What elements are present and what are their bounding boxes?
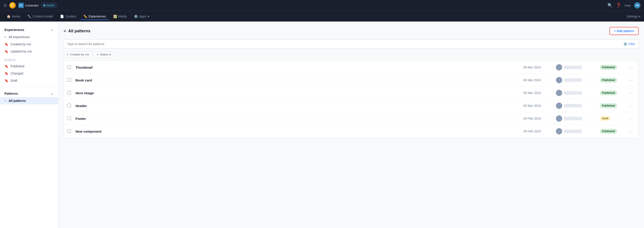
sidebar-item-updated-by-me[interactable]: 🔖 Updated by me bbox=[0, 48, 58, 55]
filter-chip-created-by-me[interactable]: ⊕ Created by me bbox=[64, 52, 92, 57]
row-actions-new-component[interactable]: ⋯ bbox=[628, 129, 635, 134]
apps-dropdown-icon: ▾ bbox=[148, 15, 149, 18]
avatar[interactable]: AR bbox=[634, 2, 640, 9]
all-experiences-icon: ≡ bbox=[4, 35, 6, 39]
sidebar-item-created-by-me[interactable]: 🔖 Created by me bbox=[0, 41, 58, 48]
status-badge-hero-image: Published bbox=[600, 90, 617, 95]
table-row[interactable]: New component 29 Feb 2024 Published ⋯ bbox=[64, 125, 638, 138]
search-bar: ⚙️ Filter bbox=[64, 40, 638, 49]
nav-experiences[interactable]: ✏️ Experiences bbox=[80, 13, 109, 20]
row-user-footer bbox=[556, 115, 596, 122]
sidebar-item-draft[interactable]: 🔖 Draft bbox=[0, 77, 58, 84]
row-checkbox-book-card[interactable] bbox=[68, 78, 72, 82]
experiences-section: Experiences ▲ ≡ All experiences 🔖 Create… bbox=[0, 26, 58, 55]
user-avatar-footer bbox=[556, 115, 562, 122]
nav-content-model[interactable]: 🔧 Content model bbox=[24, 13, 56, 20]
row-actions-header[interactable]: ⋯ bbox=[628, 103, 635, 108]
nav-content[interactable]: 📄 Content bbox=[57, 13, 79, 20]
nav-home[interactable]: 🏠 Home bbox=[4, 13, 23, 20]
nav-items: 🏠 Home 🔧 Content model 📄 Content ✏️ Expe… bbox=[4, 13, 152, 20]
user-name-book-card bbox=[564, 78, 582, 82]
row-name-new-component: New component bbox=[76, 129, 520, 133]
status-badge-footer: Draft bbox=[600, 116, 610, 121]
topbar-left: ☰ C EC Contentful master bbox=[4, 2, 57, 9]
space-badge[interactable]: EC Contentful bbox=[18, 3, 38, 8]
row-date-book-card: 06 Mar 2024 bbox=[523, 78, 552, 82]
row-status-footer: Draft bbox=[600, 116, 624, 121]
row-checkbox-thumbnail[interactable] bbox=[68, 65, 72, 70]
row-actions-hero-image[interactable]: ⋯ bbox=[628, 90, 635, 95]
published-icon: 🔖 bbox=[4, 64, 8, 68]
row-actions-thumbnail[interactable]: ⋯ bbox=[628, 65, 635, 70]
user-name-footer bbox=[564, 117, 582, 120]
search-icon[interactable]: 🔍 bbox=[608, 3, 612, 8]
row-checkbox-footer[interactable] bbox=[68, 116, 72, 121]
updated-by-me-icon: 🔖 bbox=[4, 50, 8, 53]
user-avatar-header bbox=[556, 103, 562, 109]
status-badge-book-card: Published bbox=[600, 78, 617, 83]
filter-button[interactable]: ⚙️ Filter bbox=[624, 42, 635, 46]
page-header: ≡ All patterns + Add pattern bbox=[64, 27, 638, 35]
search-input[interactable] bbox=[67, 42, 624, 46]
content-model-icon: 🔧 bbox=[27, 15, 31, 18]
sidebar-item-changed[interactable]: 🔖 Changed bbox=[0, 70, 58, 77]
sidebar: Experiences ▲ ≡ All experiences 🔖 Create… bbox=[0, 22, 58, 228]
row-user-hero-image bbox=[556, 90, 596, 96]
row-actions-footer[interactable]: ⋯ bbox=[628, 116, 635, 121]
experiences-section-header[interactable]: Experiences ▲ bbox=[0, 26, 58, 34]
page-title-icon: ≡ bbox=[64, 29, 66, 34]
patterns-section-header[interactable]: Patterns ▲ bbox=[0, 90, 58, 97]
row-user-thumbnail bbox=[556, 64, 596, 71]
row-checkbox-header[interactable] bbox=[68, 104, 72, 108]
row-status-new-component: Published bbox=[600, 129, 624, 134]
filter-chip-status-is[interactable]: ⊕ Status is bbox=[94, 52, 114, 57]
draft-icon: 🔖 bbox=[4, 79, 8, 82]
row-status-header: Published bbox=[600, 103, 624, 108]
row-actions-book-card[interactable]: ⋯ bbox=[628, 78, 635, 83]
experiences-section-title: Experiences bbox=[4, 28, 24, 32]
table-row[interactable]: Header 05 Mar 2024 Published ⋯ bbox=[64, 99, 638, 112]
branch-name: master bbox=[46, 4, 55, 7]
media-icon: 🖼️ bbox=[113, 15, 117, 18]
content-icon: 📄 bbox=[60, 15, 64, 18]
status-label: Status bbox=[0, 57, 58, 63]
table-row[interactable]: Hero image 05 Mar 2024 Published ⋯ bbox=[64, 87, 638, 99]
hamburger-icon[interactable]: ☰ bbox=[4, 3, 7, 8]
user-name-header bbox=[564, 104, 582, 107]
user-avatar-book-card bbox=[556, 77, 562, 83]
main-content: ≡ All patterns + Add pattern ⚙️ Filter ⊕… bbox=[58, 22, 644, 228]
patterns-section-title: Patterns bbox=[4, 92, 18, 95]
row-name-book-card: Book card bbox=[76, 78, 520, 82]
row-status-thumbnail: Published bbox=[600, 65, 624, 70]
experiences-icon: ✏️ bbox=[83, 15, 87, 18]
branch-dot-icon bbox=[44, 5, 45, 6]
table-row[interactable]: Footer 29 Feb 2024 Draft ⋯ bbox=[64, 112, 638, 125]
row-date-hero-image: 05 Mar 2024 bbox=[523, 91, 552, 95]
sidebar-item-all-patterns[interactable]: ≡ All patterns bbox=[0, 97, 58, 104]
sidebar-item-all-experiences[interactable]: ≡ All experiences bbox=[0, 34, 58, 41]
table-row[interactable]: Book card 06 Mar 2024 Published ⋯ bbox=[64, 74, 638, 87]
user-name-hero-image bbox=[564, 91, 582, 95]
row-status-hero-image: Published bbox=[600, 90, 624, 95]
help-icon[interactable]: ❓ bbox=[616, 3, 621, 8]
layout: Experiences ▲ ≡ All experiences 🔖 Create… bbox=[0, 22, 644, 228]
help-button[interactable]: Help bbox=[624, 4, 630, 7]
nav-apps[interactable]: ⚙️ Apps ▾ bbox=[131, 13, 152, 20]
row-user-new-component bbox=[556, 128, 596, 134]
sidebar-item-published[interactable]: 🔖 Published bbox=[0, 63, 58, 70]
user-avatar-hero-image bbox=[556, 90, 562, 96]
settings-button[interactable]: Settings ▾ bbox=[626, 15, 640, 18]
user-avatar-thumbnail bbox=[556, 64, 562, 71]
patterns-table: Thumbnail 06 Mar 2024 Published ⋯ Book c… bbox=[64, 61, 638, 138]
row-date-new-component: 29 Feb 2024 bbox=[523, 129, 552, 133]
row-user-header bbox=[556, 103, 596, 109]
branch-badge[interactable]: master bbox=[41, 3, 57, 8]
table-row[interactable]: Thumbnail 06 Mar 2024 Published ⋯ bbox=[64, 61, 638, 74]
row-checkbox-new-component[interactable] bbox=[68, 129, 72, 134]
all-patterns-icon: ≡ bbox=[4, 99, 6, 103]
nav-media[interactable]: 🖼️ Media bbox=[110, 13, 130, 20]
status-badge-new-component: Published bbox=[600, 129, 617, 134]
chip-plus-icon: ⊕ bbox=[66, 53, 69, 56]
add-pattern-button[interactable]: + Add pattern bbox=[610, 27, 638, 35]
row-checkbox-hero-image[interactable] bbox=[68, 91, 72, 95]
